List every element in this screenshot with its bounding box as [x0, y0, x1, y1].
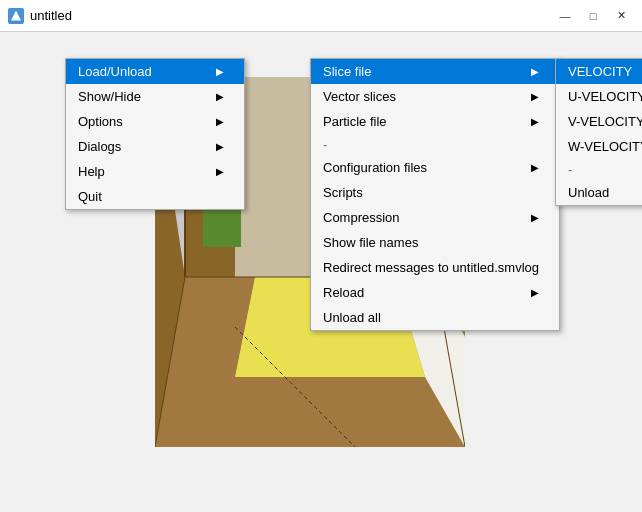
menu-velocity[interactable]: VELOCITY	[556, 59, 642, 84]
app-icon	[8, 8, 24, 24]
menu-compression[interactable]: Compression ▶	[311, 205, 559, 230]
menu-show-file-names[interactable]: Show file names	[311, 230, 559, 255]
chevron-right-icon: ▶	[531, 162, 539, 173]
menu-separator-2: -	[556, 159, 642, 180]
menu-particle-file[interactable]: Particle file ▶	[311, 109, 559, 134]
chevron-right-icon: ▶	[216, 166, 224, 177]
chevron-right-icon: ▶	[531, 66, 539, 77]
menu-slice-file[interactable]: Slice file ▶	[311, 59, 559, 84]
title-bar-controls: — □ ✕	[552, 6, 634, 26]
menu-w-velocity[interactable]: W-VELOCITY	[556, 134, 642, 159]
menu-unload-all[interactable]: Unload all	[311, 305, 559, 330]
menu-options[interactable]: Options ▶	[66, 109, 244, 134]
chevron-right-icon: ▶	[531, 287, 539, 298]
maximize-button[interactable]: □	[580, 6, 606, 26]
minimize-button[interactable]: —	[552, 6, 578, 26]
menu-dialogs[interactable]: Dialogs ▶	[66, 134, 244, 159]
close-button[interactable]: ✕	[608, 6, 634, 26]
menu-separator-1: -	[311, 134, 559, 155]
menu-reload[interactable]: Reload ▶	[311, 280, 559, 305]
menu-dropdown-l1: Load/Unload ▶ Show/Hide ▶ Options ▶ Dial…	[65, 58, 245, 210]
chevron-right-icon: ▶	[216, 116, 224, 127]
menu-help[interactable]: Help ▶	[66, 159, 244, 184]
menu-dropdown-l3: VELOCITY U-VELOCITY V-VELOCITY W-VELOCIT…	[555, 58, 642, 206]
menu-load-unload[interactable]: Load/Unload ▶	[66, 59, 244, 84]
main-area: Load/Unload ▶ Show/Hide ▶ Options ▶ Dial…	[0, 32, 642, 512]
menu-dropdown-l2: Slice file ▶ Vector slices ▶ Particle fi…	[310, 58, 560, 331]
menu-unload[interactable]: Unload	[556, 180, 642, 205]
menu-vector-slices[interactable]: Vector slices ▶	[311, 84, 559, 109]
menu-quit[interactable]: Quit	[66, 184, 244, 209]
chevron-right-icon: ▶	[531, 116, 539, 127]
chevron-right-icon: ▶	[216, 66, 224, 77]
menu-redirect-messages[interactable]: Redirect messages to untitled.smvlog	[311, 255, 559, 280]
window-title: untitled	[30, 8, 72, 23]
chevron-right-icon: ▶	[216, 141, 224, 152]
title-bar: untitled — □ ✕	[0, 0, 642, 32]
chevron-right-icon: ▶	[531, 91, 539, 102]
menu-configuration-files[interactable]: Configuration files ▶	[311, 155, 559, 180]
chevron-right-icon: ▶	[216, 91, 224, 102]
chevron-right-icon: ▶	[531, 212, 539, 223]
menu-v-velocity[interactable]: V-VELOCITY	[556, 109, 642, 134]
menu-u-velocity[interactable]: U-VELOCITY	[556, 84, 642, 109]
menu-show-hide[interactable]: Show/Hide ▶	[66, 84, 244, 109]
menu-scripts[interactable]: Scripts	[311, 180, 559, 205]
title-bar-left: untitled	[8, 8, 72, 24]
